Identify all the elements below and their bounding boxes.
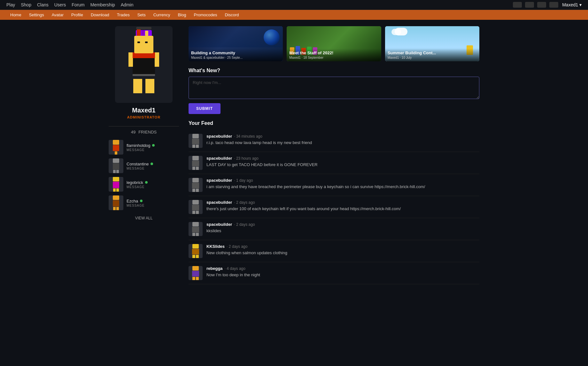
blog-card-meta-1: Maxed1 & spacebuilder · 25 Septe... bbox=[191, 56, 280, 59]
blog-card-title-3: Summer Building Cont... bbox=[388, 50, 477, 55]
feed-item-1: spacebuilder · 23 hours ago LAST DAY to … bbox=[189, 152, 479, 174]
feed-header-3: spacebuilder · 2 days ago bbox=[206, 200, 479, 205]
avatar bbox=[128, 36, 160, 93]
subnav-download[interactable]: Download bbox=[87, 10, 113, 20]
feed-content-5: KKSlides · 2 days ago New clothing when … bbox=[206, 244, 479, 256]
friend-item: flaminhotdog MESSAGE bbox=[109, 138, 179, 156]
feed-content-4: spacebuilder · 2 days ago kkslides bbox=[206, 222, 479, 234]
feed-item-5: KKSlides · 2 days ago New clothing when … bbox=[189, 240, 479, 262]
friend-name-legobrick: legobrick bbox=[127, 180, 179, 185]
friend-info-legobrick: legobrick MESSAGE bbox=[127, 180, 179, 189]
friend-avatar-flaminhotdog bbox=[109, 140, 123, 155]
feed-time-3: · 2 days ago bbox=[234, 200, 255, 205]
blog-row: Building a Community Maxed1 & spacebuild… bbox=[189, 26, 479, 61]
friend-info-ezcha: Ezcha MESSAGE bbox=[127, 199, 179, 207]
nav-icon-1[interactable] bbox=[513, 2, 522, 8]
blog-card-2[interactable]: Meet the Staff of 2022! Maxed1 · 18 Sept… bbox=[287, 26, 381, 61]
feed-header-5: KKSlides · 2 days ago bbox=[206, 244, 479, 249]
friend-info-flaminhotdog: flaminhotdog MESSAGE bbox=[127, 143, 179, 152]
avatar-leg-right bbox=[145, 79, 154, 93]
nav-users[interactable]: Users bbox=[54, 2, 66, 7]
feed-time-5: · 2 days ago bbox=[227, 244, 247, 249]
feed-username-6[interactable]: rebegga bbox=[206, 266, 223, 271]
feed-item-3: spacebuilder · 2 days ago there's just u… bbox=[189, 196, 479, 218]
feed-content-6: rebegga · 4 days ago Now I'm too deep in… bbox=[206, 266, 479, 278]
feed-content-0: spacebuilder · 34 minutes ago r.i.p. tac… bbox=[206, 134, 479, 146]
blog-card-overlay-2: Meet the Staff of 2022! Maxed1 · 18 Sept… bbox=[287, 49, 381, 61]
friend-avatar-constantine bbox=[109, 158, 123, 173]
avatar-belt bbox=[133, 74, 155, 76]
subnav-home[interactable]: Home bbox=[6, 10, 25, 20]
feed-text-6: Now I'm too deep in the night bbox=[206, 272, 479, 278]
status-input[interactable] bbox=[189, 77, 479, 99]
friends-label: FRIENDS bbox=[138, 130, 157, 134]
friend-message-legobrick[interactable]: MESSAGE bbox=[127, 185, 179, 189]
blog-card-title-2: Meet the Staff of 2022! bbox=[289, 50, 378, 55]
feed-username-1[interactable]: spacebuilder bbox=[206, 156, 232, 161]
feed-header-0: spacebuilder · 34 minutes ago bbox=[206, 134, 479, 139]
subnav-promocodes[interactable]: Promocodes bbox=[190, 10, 221, 20]
nav-icon-2[interactable] bbox=[525, 2, 534, 8]
feed-username-5[interactable]: KKSlides bbox=[206, 244, 225, 249]
feed-text-1: LAST DAY to get TACO HEAD before it is G… bbox=[206, 162, 479, 168]
subnav-trades[interactable]: Trades bbox=[113, 10, 134, 20]
feed-username-2[interactable]: spacebuilder bbox=[206, 178, 232, 183]
user-dropdown[interactable]: Maxed1 ▾ bbox=[562, 2, 582, 7]
sub-nav: Home Settings Avatar Profile Download Tr… bbox=[0, 10, 588, 20]
feed-title: Your Feed bbox=[189, 120, 479, 126]
nav-icon-3[interactable] bbox=[537, 2, 546, 8]
nav-play[interactable]: Play bbox=[6, 2, 15, 7]
nav-icon-group bbox=[513, 2, 558, 8]
sidebar-divider bbox=[109, 126, 179, 126]
feed-avatar-4 bbox=[189, 222, 203, 236]
subnav-settings[interactable]: Settings bbox=[25, 10, 48, 20]
nav-shop[interactable]: Shop bbox=[21, 2, 31, 7]
online-indicator bbox=[145, 181, 148, 184]
feed-time-0: · 34 minutes ago bbox=[234, 134, 262, 139]
feed-avatar-3 bbox=[189, 200, 203, 214]
subnav-sets[interactable]: Sets bbox=[134, 10, 150, 20]
friend-message-constantine[interactable]: MESSAGE bbox=[127, 167, 179, 170]
subnav-discord[interactable]: Discord bbox=[221, 10, 243, 20]
nav-forum[interactable]: Forum bbox=[72, 2, 84, 7]
friends-number: 49 bbox=[131, 130, 135, 134]
blog-card-3[interactable]: Summer Building Cont... Maxed1 · 10 July bbox=[385, 26, 479, 61]
main-container: Maxed1 ADMINISTRATOR 49 FRIENDS flaminho… bbox=[102, 20, 486, 291]
friend-name-ezcha: Ezcha bbox=[127, 199, 179, 203]
subnav-avatar[interactable]: Avatar bbox=[48, 10, 67, 20]
feed-item-0: spacebuilder · 34 minutes ago r.i.p. tac… bbox=[189, 130, 479, 152]
feed-content-2: spacebuilder · 1 day ago i am starving a… bbox=[206, 178, 479, 190]
feed-content-3: spacebuilder · 2 days ago there's just u… bbox=[206, 200, 479, 212]
friend-item: Ezcha MESSAGE bbox=[109, 194, 179, 212]
feed-text-3: there's just under 100 of each keychain … bbox=[206, 206, 479, 212]
feed-item-6: rebegga · 4 days ago Now I'm too deep in… bbox=[189, 262, 479, 284]
feed-header-1: spacebuilder · 23 hours ago bbox=[206, 156, 479, 161]
subnav-currency[interactable]: Currency bbox=[150, 10, 174, 20]
friend-message-flaminhotdog[interactable]: MESSAGE bbox=[127, 148, 179, 152]
avatar-leg-left bbox=[133, 79, 142, 93]
submit-button[interactable]: SUBMIT bbox=[189, 103, 220, 114]
feed-time-4: · 2 days ago bbox=[234, 222, 255, 227]
subnav-profile[interactable]: Profile bbox=[67, 10, 87, 20]
online-indicator bbox=[152, 144, 155, 147]
nav-admin[interactable]: Admin bbox=[121, 2, 134, 7]
feed-avatar-6 bbox=[189, 266, 203, 280]
friend-message-ezcha[interactable]: MESSAGE bbox=[127, 204, 179, 207]
blog-card-1[interactable]: Building a Community Maxed1 & spacebuild… bbox=[189, 26, 283, 61]
subnav-blog[interactable]: Blog bbox=[174, 10, 190, 20]
whats-new-title: What's New? bbox=[189, 68, 479, 73]
online-indicator bbox=[140, 200, 143, 202]
feed-username-3[interactable]: spacebuilder bbox=[206, 200, 232, 205]
feed-username-0[interactable]: spacebuilder bbox=[206, 134, 232, 139]
sidebar-username: Maxed1 bbox=[132, 107, 155, 114]
nav-icon-4[interactable] bbox=[549, 2, 558, 8]
nav-membership[interactable]: Membership bbox=[90, 2, 115, 7]
view-all-friends[interactable]: VIEW ALL bbox=[135, 216, 153, 220]
main-content: Building a Community Maxed1 & spacebuild… bbox=[189, 26, 479, 284]
nav-clans[interactable]: Clans bbox=[37, 2, 49, 7]
friends-list: flaminhotdog MESSAGE Constantin bbox=[109, 138, 179, 212]
feed-username-4[interactable]: spacebuilder bbox=[206, 222, 232, 227]
feed-time-2: · 1 day ago bbox=[234, 178, 253, 183]
feed-header-2: spacebuilder · 1 day ago bbox=[206, 178, 479, 183]
feed-content-1: spacebuilder · 23 hours ago LAST DAY to … bbox=[206, 156, 479, 168]
